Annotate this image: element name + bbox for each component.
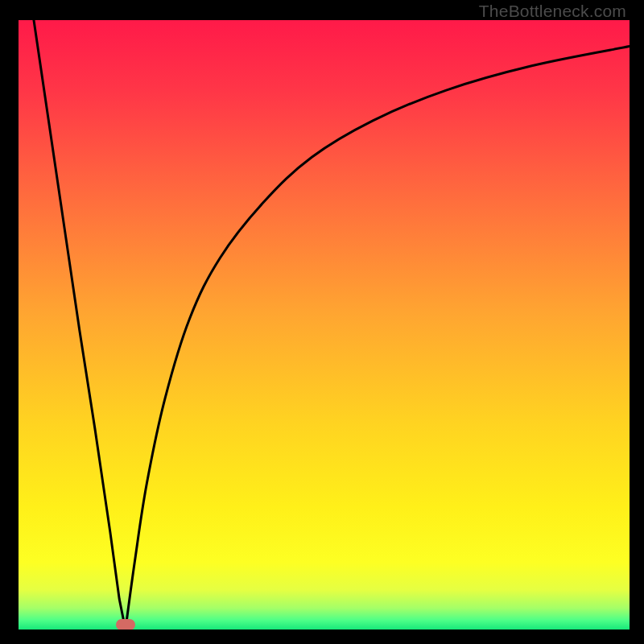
minimum-marker — [116, 619, 135, 630]
watermark-text: TheBottleneck.com — [479, 2, 626, 21]
chart-frame-left — [0, 0, 19, 644]
chart-frame-right — [630, 0, 644, 644]
curve-left-branch — [34, 20, 126, 630]
plot-area — [19, 20, 630, 630]
bottleneck-curve — [19, 20, 630, 630]
chart-frame-bottom — [0, 630, 644, 644]
curve-right-branch — [126, 47, 630, 630]
